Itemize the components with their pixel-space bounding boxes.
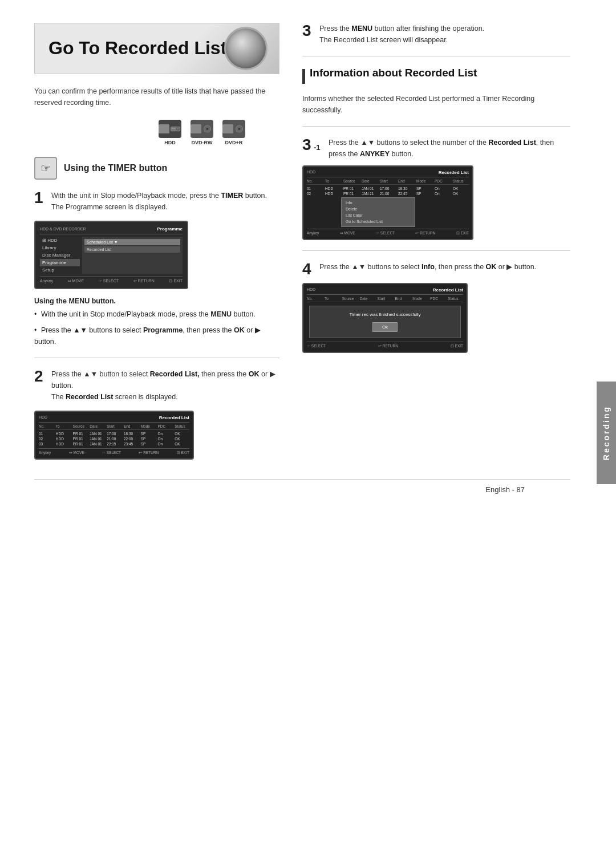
hdd-icon-group: HDD bbox=[159, 120, 181, 145]
using-menu-section: Using the MENU button. • With the unit i… bbox=[34, 297, 279, 347]
divider-right-1 bbox=[302, 56, 570, 56]
rl2-brand: HDD bbox=[307, 170, 315, 175]
step-4-bold2: OK bbox=[486, 263, 497, 271]
step-1-number: 1 bbox=[34, 190, 46, 206]
sidebar-setup: Setup bbox=[40, 266, 80, 274]
step-3-1-num-group: 3 -1 bbox=[302, 137, 323, 153]
programme-screen-body: ⊞ HDD Library Disc Manager Programme Set… bbox=[40, 237, 183, 274]
using-menu-label: Using the MENU button. bbox=[34, 297, 279, 305]
col-to: To bbox=[56, 424, 71, 428]
rl2-anykey: Anykey bbox=[307, 231, 319, 236]
menu-bullet-2: • Press the ▲▼ buttons to select Program… bbox=[34, 324, 279, 347]
col-start: Start bbox=[107, 424, 121, 428]
col-mode: Mode bbox=[141, 424, 156, 428]
ok-button[interactable]: Ok bbox=[372, 322, 398, 332]
info-section-header: Information about Recorded List bbox=[302, 67, 570, 86]
recorded-list-header-2: HDD Recorded List bbox=[307, 170, 469, 177]
device-icons-row: HDD DVD-RW bbox=[34, 120, 279, 145]
divider-1 bbox=[34, 358, 279, 358]
r1-status: OK bbox=[175, 432, 189, 436]
step-1-content: With the unit in Stop mode/Playback mode… bbox=[51, 190, 279, 213]
context-menu: Info Delete List Clear Go to Scheduled L… bbox=[341, 197, 415, 227]
step-4-bold1: Info bbox=[422, 263, 435, 271]
dvdplusr-label: DVD+R bbox=[225, 140, 243, 145]
step-1-timer-bold: TIMER bbox=[221, 192, 243, 200]
dvdplusr-icon bbox=[222, 120, 245, 138]
rl-f-return: ↩ RETURN bbox=[139, 451, 159, 455]
step-3-menu-text2: The Recorded List screen will disappear. bbox=[319, 36, 448, 44]
sidebar-library: Library bbox=[40, 244, 80, 251]
step-3-1-sub: -1 bbox=[314, 143, 321, 152]
menu-bold-ok: OK bbox=[234, 326, 245, 334]
title-banner: Go To Recorded List bbox=[34, 23, 279, 74]
page-number: English - 87 bbox=[485, 485, 525, 494]
dvdrw-icon-group: DVD-RW bbox=[191, 120, 213, 145]
menu-bullet-1-post: button. bbox=[232, 310, 256, 318]
recorded-list-mockup-1: HDD Recorded List No. To Source Date Sta… bbox=[34, 411, 194, 460]
menu-bold-1: MENU bbox=[210, 310, 232, 318]
step-2-bold1: Recorded List, bbox=[150, 370, 200, 378]
r1-date: JAN 01 bbox=[90, 432, 104, 436]
ts-brand: HDD bbox=[307, 287, 315, 293]
r1-src: PR 01 bbox=[73, 432, 88, 436]
rl-footer-1: Anykey ⇔ MOVE ☞ SELECT ↩ RETURN ⊡ EXIT bbox=[39, 448, 189, 455]
success-dialog: Timer rec was finished successfully Ok bbox=[309, 306, 461, 338]
programme-sidebar: ⊞ HDD Library Disc Manager Programme Set… bbox=[40, 237, 80, 274]
svg-rect-3 bbox=[172, 128, 176, 128]
info-section-title: Information about Recorded List bbox=[310, 67, 477, 79]
step-3-1-post: button. bbox=[390, 150, 414, 158]
footer-move: ⇔ MOVE bbox=[68, 279, 84, 283]
section-bar bbox=[302, 69, 305, 84]
two-column-layout: Go To Recorded List You can confirm the … bbox=[34, 23, 570, 468]
menu-bold-2: Programme bbox=[143, 326, 183, 334]
success-message: Timer rec was finished successfully bbox=[315, 312, 455, 317]
rl2-move: ⇔ MOVE bbox=[340, 231, 355, 236]
col-end: End bbox=[124, 424, 139, 428]
step-2-number: 2 bbox=[34, 368, 46, 384]
right-column: 3 Press the MENU button after finishing … bbox=[302, 23, 570, 468]
rl2-row-2: 02 HDD PR 01 JAN 21 21:00 22:45 SP On OK bbox=[307, 191, 469, 196]
svg-point-5 bbox=[206, 128, 208, 129]
recorded-list-mockup-2: HDD Recorded List No. To Source Date Sta… bbox=[302, 165, 473, 240]
scheduled-list-item: Scheduled List ▼ bbox=[84, 239, 180, 245]
ts-return: ↩ RETURN bbox=[378, 344, 398, 348]
step-3-1-pre: Press the ▲▼ buttons to select the numbe… bbox=[329, 139, 488, 147]
page-content: Go To Recorded List You can confirm the … bbox=[0, 0, 616, 528]
recorded-list-item: Recorded List bbox=[84, 246, 180, 253]
sidebar-disc-manager: Disc Manager bbox=[40, 251, 80, 259]
step-4-post: or ▶ button. bbox=[496, 263, 536, 271]
rl-row-1-2: 02 HDD PR 01 JAN 01 21:00 22:00 SP On OK bbox=[39, 436, 189, 441]
step-4-content: Press the ▲▼ buttons to select Info, the… bbox=[319, 261, 536, 273]
rl2-exit: ⊡ EXIT bbox=[456, 231, 469, 236]
step-2-content: Press the ▲▼ button to select Recorded L… bbox=[51, 368, 279, 403]
step-4-number: 4 bbox=[302, 261, 314, 277]
step-2-bold3: Recorded List bbox=[66, 393, 113, 401]
col-pdc: PDC bbox=[157, 424, 172, 428]
rl-f-exit: ⊡ EXIT bbox=[177, 451, 189, 455]
programme-main-area: Scheduled List ▼ Recorded List bbox=[82, 237, 183, 274]
programme-screen-brand: HDD & DVD RECORDER bbox=[40, 227, 86, 231]
programme-screen-footer: Anykey ⇔ MOVE ☞ SELECT ↩ RETURN ⊡ EXIT bbox=[40, 276, 183, 283]
step-2: 2 Press the ▲▼ button to select Recorded… bbox=[34, 368, 279, 403]
step-3-1-bold1: Recorded List bbox=[488, 139, 536, 147]
page-subtitle: You can confirm the performance results … bbox=[34, 86, 279, 108]
r1-mode: SP bbox=[141, 432, 156, 436]
info-description: Informs whether the selected Recorded Li… bbox=[302, 93, 570, 116]
col-status: Status bbox=[175, 424, 189, 428]
recording-tab-label: Recording bbox=[602, 405, 611, 460]
step-1-text-pre: With the unit in Stop mode/Playback mode… bbox=[51, 192, 221, 200]
rl-cols-1: No. To Source Date Start End Mode PDC St… bbox=[39, 424, 189, 430]
dvdplusr-icon-group: DVD+R bbox=[222, 120, 245, 145]
r1-end: 18:30 bbox=[124, 432, 139, 436]
r1-to: HDD bbox=[56, 432, 71, 436]
divider-right-2 bbox=[302, 126, 570, 127]
step-3-menu-post: button after finishing the operation. bbox=[372, 25, 484, 33]
step-3-menu-pre: Press the bbox=[319, 25, 351, 33]
footer-anykey: Anykey bbox=[40, 279, 53, 283]
svg-point-7 bbox=[238, 128, 240, 129]
step-3-menu-bold: MENU bbox=[351, 25, 372, 33]
context-info: Info bbox=[343, 200, 413, 206]
step-3-1-content: Press the ▲▼ buttons to select the numbe… bbox=[329, 137, 570, 160]
step-2-mid: then press the bbox=[200, 370, 249, 378]
step-3-menu-content: Press the MENU button after finishing th… bbox=[319, 23, 484, 46]
